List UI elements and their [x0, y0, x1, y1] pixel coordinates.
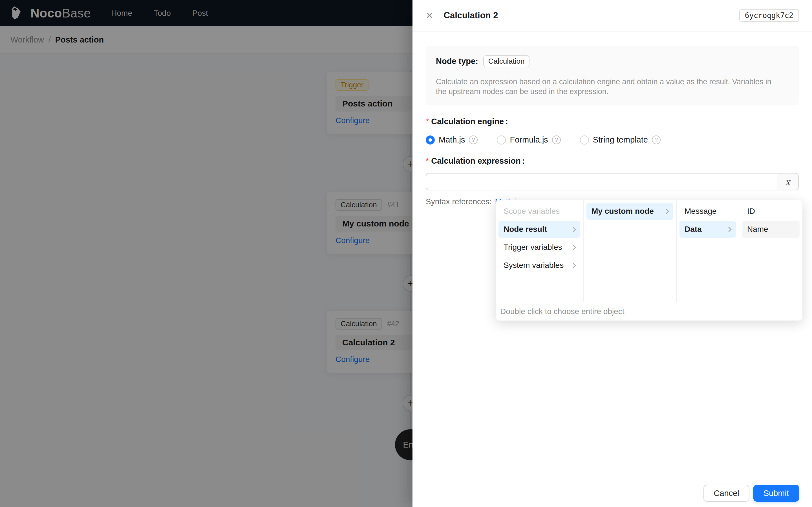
picker-item-label: System variables: [504, 261, 564, 270]
variable-picker-button[interactable]: x: [777, 173, 799, 190]
node-type-panel: Node type: Calculation Calculate an expr…: [426, 46, 799, 105]
picker-item-data[interactable]: Data: [679, 221, 736, 238]
required-asterisk: *: [426, 156, 429, 166]
picker-item-my-custom-node[interactable]: My custom node: [587, 203, 673, 220]
picker-item-node-result[interactable]: Node result: [499, 221, 580, 238]
expression-input-group: x: [426, 173, 799, 190]
cancel-button[interactable]: Cancel: [703, 485, 749, 502]
radio-option-formulajs[interactable]: Formula.js ?: [497, 135, 560, 145]
picker-item-label: Data: [684, 225, 702, 234]
chevron-right-icon: [726, 227, 731, 232]
picker-item-label: Scope variables: [504, 207, 560, 216]
picker-item-label: My custom node: [592, 207, 654, 216]
picker-item-name[interactable]: Name: [742, 221, 800, 238]
help-circle-icon[interactable]: ?: [652, 135, 661, 144]
picker-column-4: ID Name: [739, 200, 802, 302]
page: NocoBase Home Todo Post Workflow / Posts…: [0, 0, 812, 507]
node-type-label: Node type:: [436, 57, 478, 66]
label-colon: :: [522, 156, 525, 166]
chevron-right-icon: [571, 263, 576, 268]
variable-picker-columns: Scope variables Node result Trigger vari…: [496, 200, 802, 302]
picker-item-label: Trigger variables: [504, 243, 562, 252]
node-type-description: Calculate an expression based on a calcu…: [436, 77, 789, 97]
submit-button[interactable]: Submit: [753, 485, 799, 502]
close-icon[interactable]: ✕: [425, 11, 434, 20]
radio-unselected-icon[interactable]: [497, 135, 506, 145]
picker-column-2: My custom node: [583, 200, 676, 302]
drawer-overlay-mask[interactable]: [0, 0, 412, 507]
picker-item-message[interactable]: Message: [679, 203, 736, 220]
calculation-expression-label: * Calculation expression :: [426, 156, 799, 166]
picker-column-3: Message Data: [676, 200, 739, 302]
radio-label-formulajs: Formula.js: [510, 135, 548, 145]
radio-option-mathjs[interactable]: Math.js ?: [426, 135, 477, 145]
picker-item-id[interactable]: ID: [742, 203, 800, 220]
calculation-expression-label-text: Calculation expression: [431, 156, 521, 166]
radio-label-mathjs: Math.js: [439, 135, 465, 145]
drawer-body: Node type: Calculation Calculate an expr…: [412, 46, 812, 206]
node-id-badge: 6ycroqgk7c2: [739, 9, 799, 22]
drawer-footer: Cancel Submit: [703, 485, 799, 502]
picker-item-label: Message: [684, 207, 717, 216]
calculation-engine-label: * Calculation engine :: [426, 117, 799, 126]
radio-label-string-template: String template: [593, 135, 648, 145]
radio-selected-icon[interactable]: [426, 135, 435, 145]
drawer-title: Calculation 2: [444, 10, 498, 20]
picker-item-scope-variables: Scope variables: [499, 203, 580, 220]
node-type-value-tag: Calculation: [483, 55, 530, 67]
help-circle-icon[interactable]: ?: [469, 135, 477, 144]
picker-item-label: ID: [747, 207, 755, 216]
picker-item-system-variables[interactable]: System variables: [499, 257, 580, 274]
variable-picker-popup: Scope variables Node result Trigger vari…: [496, 200, 802, 321]
expression-input[interactable]: [426, 173, 777, 190]
required-asterisk: *: [426, 117, 429, 126]
radio-option-string-template[interactable]: String template ?: [580, 135, 661, 145]
chevron-right-icon: [664, 209, 669, 214]
drawer-header: ✕ Calculation 2 6ycroqgk7c2: [412, 0, 812, 32]
label-colon: :: [505, 117, 508, 126]
node-type-description-line2: the upstream nodes can be used in the ex…: [436, 87, 789, 97]
calculation-engine-label-text: Calculation engine: [431, 117, 504, 126]
engine-radio-group: Math.js ? Formula.js ? String template ?: [426, 135, 799, 145]
help-circle-icon[interactable]: ?: [552, 135, 561, 144]
picker-column-1: Scope variables Node result Trigger vari…: [496, 200, 583, 302]
picker-item-label: Name: [747, 225, 768, 234]
picker-item-label: Node result: [504, 225, 547, 234]
picker-footer-hint: Double click to choose entire object: [496, 302, 802, 321]
node-type-description-line1: Calculate an expression based on a calcu…: [436, 77, 789, 87]
variable-x-icon: x: [785, 177, 790, 186]
syntax-references-label: Syntax references:: [426, 197, 492, 206]
picker-item-trigger-variables[interactable]: Trigger variables: [499, 239, 580, 256]
radio-unselected-icon[interactable]: [580, 135, 589, 145]
chevron-right-icon: [571, 245, 576, 250]
chevron-right-icon: [571, 227, 576, 232]
